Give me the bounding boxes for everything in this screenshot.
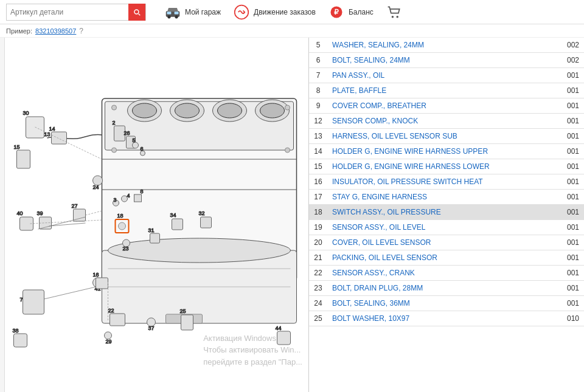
part-quantity: 001 bbox=[560, 220, 584, 235]
part-name-link[interactable]: COVER COMP., BREATHER bbox=[332, 101, 426, 110]
part-name-link[interactable]: BOLT, SEALING, 24MM bbox=[332, 56, 410, 64]
search-button[interactable] bbox=[128, 4, 145, 21]
svg-text:32: 32 bbox=[199, 210, 205, 216]
svg-rect-72 bbox=[23, 290, 44, 314]
table-row[interactable]: 8PLATE, BAFFLE001 bbox=[309, 83, 584, 98]
table-row[interactable]: 24BOLT, SEALING, 36MM001 bbox=[309, 296, 584, 311]
svg-text:18: 18 bbox=[117, 213, 123, 219]
svg-text:26: 26 bbox=[124, 130, 130, 136]
main-content: 30 15 13 2 24 26 bbox=[0, 38, 584, 392]
example-link[interactable]: 83210398507 bbox=[35, 27, 76, 35]
table-row[interactable]: 16INSULATOR, OIL PRESSURE SWITCH HEAT001 bbox=[309, 174, 584, 190]
svg-text:24: 24 bbox=[93, 184, 99, 190]
svg-rect-63 bbox=[172, 219, 183, 230]
help-icon[interactable]: ? bbox=[79, 27, 83, 35]
diagram-container: 30 15 13 2 24 26 bbox=[5, 38, 308, 392]
part-quantity: 001 bbox=[560, 296, 584, 311]
svg-text:25: 25 bbox=[180, 308, 186, 314]
svg-point-24 bbox=[112, 148, 117, 153]
part-name-link[interactable]: PAN ASSY., OIL bbox=[332, 71, 384, 80]
part-name-link[interactable]: HOLDER G, ENGINE WIRE HARNESS LOWER bbox=[332, 162, 490, 171]
svg-text:40: 40 bbox=[17, 210, 23, 216]
table-row[interactable]: 6BOLT, SEALING, 24MM002 bbox=[309, 53, 584, 68]
part-name-link[interactable]: SENSOR ASSY., OIL LEVEL bbox=[332, 223, 425, 232]
svg-point-25 bbox=[285, 105, 290, 110]
diagram-panel: 30 15 13 2 24 26 bbox=[5, 38, 309, 392]
table-row[interactable]: 7PAN ASSY., OIL001 bbox=[309, 68, 584, 83]
table-row[interactable]: 25BOLT WASHER, 10X97010 bbox=[309, 311, 584, 326]
svg-rect-4 bbox=[167, 12, 171, 14]
example-text: Пример: bbox=[6, 27, 32, 35]
table-row[interactable]: 20COVER, OIL LEVEL SENSOR001 bbox=[309, 235, 584, 250]
search-box bbox=[6, 4, 146, 21]
svg-point-3 bbox=[175, 15, 178, 18]
table-row[interactable]: 9COVER COMP., BREATHER001 bbox=[309, 98, 584, 114]
table-row[interactable]: 23BOLT, DRAIN PLUG, 28MM001 bbox=[309, 281, 584, 296]
table-row[interactable]: 19SENSOR ASSY., OIL LEVEL001 bbox=[309, 220, 584, 235]
table-row[interactable]: 14HOLDER G, ENGINE WIRE HARNESS UPPER001 bbox=[309, 144, 584, 159]
search-icon bbox=[133, 8, 141, 16]
svg-point-18 bbox=[175, 103, 200, 118]
part-name-link[interactable]: HOLDER G, ENGINE WIRE HARNESS UPPER bbox=[332, 147, 488, 156]
svg-text:15: 15 bbox=[14, 144, 20, 150]
part-name-link[interactable]: STAY G, ENGINE HARNESS bbox=[332, 193, 427, 201]
part-name-link[interactable]: BOLT WASHER, 10X97 bbox=[332, 314, 409, 323]
part-name-link[interactable]: PACKING, OIL LEVEL SENSOR bbox=[332, 253, 437, 262]
part-quantity: 002 bbox=[560, 53, 584, 68]
part-name-link[interactable]: HARNESS, OIL LEVEL SENSOR SUB bbox=[332, 132, 457, 140]
part-number: 12 bbox=[309, 114, 327, 129]
svg-marker-1 bbox=[167, 8, 178, 11]
part-name-link[interactable]: SWITCH ASSY., OIL PRESSURE bbox=[332, 208, 441, 216]
part-quantity: 001 bbox=[560, 205, 584, 220]
nav-balance[interactable]: ₽ Баланс bbox=[328, 4, 374, 21]
nav-orders[interactable]: Движение заказов bbox=[233, 4, 316, 21]
table-row[interactable]: 15HOLDER G, ENGINE WIRE HARNESS LOWER001 bbox=[309, 159, 584, 174]
orders-icon bbox=[233, 4, 250, 21]
part-name-link[interactable]: PLATE, BAFFLE bbox=[332, 86, 386, 95]
part-name-link[interactable]: BOLT, DRAIN PLUG, 28MM bbox=[332, 284, 423, 292]
part-quantity: 001 bbox=[560, 129, 584, 144]
nav-balance-label: Баланс bbox=[349, 8, 374, 16]
nav-garage-label: Мой гараж bbox=[185, 8, 221, 16]
table-row[interactable]: 18SWITCH ASSY., OIL PRESSURE001 bbox=[309, 205, 584, 220]
svg-text:34: 34 bbox=[170, 212, 176, 218]
table-row[interactable]: 21PACKING, OIL LEVEL SENSOR001 bbox=[309, 250, 584, 266]
part-quantity: 001 bbox=[560, 235, 584, 250]
svg-text:37: 37 bbox=[148, 325, 155, 331]
svg-text:39: 39 bbox=[37, 210, 43, 216]
part-number: 23 bbox=[309, 281, 327, 296]
svg-rect-5 bbox=[175, 12, 179, 14]
table-row[interactable]: 22SENSOR ASSY., CRANK001 bbox=[309, 266, 584, 281]
part-number: 22 bbox=[309, 266, 327, 281]
part-quantity: 001 bbox=[560, 98, 584, 114]
part-name-link[interactable]: INSULATOR, OIL PRESSURE SWITCH HEAT bbox=[332, 177, 483, 186]
svg-line-96 bbox=[49, 223, 86, 226]
svg-point-2 bbox=[167, 15, 170, 18]
nav-orders-label: Движение заказов bbox=[254, 8, 316, 16]
svg-point-20 bbox=[260, 103, 285, 118]
svg-text:38: 38 bbox=[13, 328, 19, 334]
svg-text:29: 29 bbox=[106, 339, 112, 345]
table-row[interactable]: 17STAY G, ENGINE HARNESS001 bbox=[309, 190, 584, 205]
svg-rect-58 bbox=[134, 194, 142, 202]
svg-rect-83 bbox=[181, 315, 193, 330]
table-row[interactable]: 13HARNESS, OIL LEVEL SENSOR SUB001 bbox=[309, 129, 584, 144]
table-row[interactable]: 5WASHER, SEALING, 24MM002 bbox=[309, 38, 584, 53]
svg-point-23 bbox=[112, 105, 117, 110]
svg-text:44: 44 bbox=[276, 325, 282, 331]
part-name-link[interactable]: SENSOR ASSY., CRANK bbox=[332, 269, 415, 277]
part-number: 24 bbox=[309, 296, 327, 311]
part-quantity: 001 bbox=[560, 281, 584, 296]
part-number: 5 bbox=[309, 38, 327, 53]
part-name-link[interactable]: SENSOR COMP., KNOCK bbox=[332, 117, 418, 125]
part-number: 14 bbox=[309, 144, 327, 159]
parts-panel[interactable]: 5WASHER, SEALING, 24MM0026BOLT, SEALING,… bbox=[309, 38, 584, 392]
table-row[interactable]: 12SENSOR COMP., KNOCK001 bbox=[309, 114, 584, 129]
nav-cart[interactable] bbox=[386, 4, 403, 21]
svg-line-93 bbox=[86, 211, 102, 215]
part-name-link[interactable]: BOLT, SEALING, 36MM bbox=[332, 299, 410, 308]
part-name-link[interactable]: COVER, OIL LEVEL SENSOR bbox=[332, 238, 431, 247]
search-input[interactable] bbox=[7, 4, 128, 20]
part-name-link[interactable]: WASHER, SEALING, 24MM bbox=[332, 41, 424, 49]
nav-garage[interactable]: Мой гараж bbox=[164, 4, 221, 21]
